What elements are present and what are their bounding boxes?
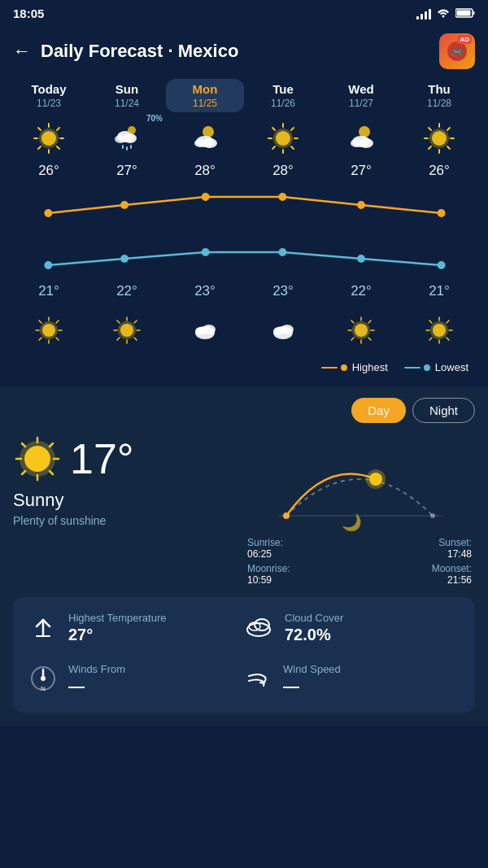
moonset-value: 21:56 bbox=[359, 574, 472, 586]
legend-lowest: Lowest bbox=[404, 361, 468, 373]
day-date-4: 11/27 bbox=[349, 98, 373, 109]
wifi-icon bbox=[436, 7, 451, 20]
detail-wind-speed: Wind Speed — bbox=[244, 663, 459, 698]
current-temperature: 17° bbox=[70, 438, 134, 480]
moonset-label: Moonset: bbox=[359, 563, 472, 574]
bottom-icon-2 bbox=[166, 309, 244, 351]
sunset-value: 17:48 bbox=[359, 548, 472, 560]
day-col-tue[interactable]: Tue 11/26 bbox=[244, 79, 322, 112]
battery-icon bbox=[455, 7, 475, 20]
day-col-sun[interactable]: Sun 11/24 bbox=[88, 79, 166, 112]
svg-point-99 bbox=[430, 321, 448, 339]
svg-point-39 bbox=[351, 139, 362, 147]
top-icons-row: 70% bbox=[7, 112, 481, 159]
svg-line-71 bbox=[39, 338, 41, 340]
high-temp-4: 27° bbox=[322, 163, 400, 179]
svg-point-61 bbox=[438, 261, 446, 269]
low-temp-3: 23° bbox=[244, 283, 322, 299]
svg-point-51 bbox=[120, 201, 129, 209]
day-night-section: Day Night bbox=[0, 386, 488, 726]
night-tab[interactable]: Night bbox=[412, 398, 475, 423]
sun-arc-svg: 🌙 bbox=[270, 434, 449, 532]
winds-from-label: Winds From bbox=[68, 663, 125, 675]
winds-from-icon: N bbox=[29, 665, 57, 698]
day-col-wed[interactable]: Wed 11/27 bbox=[322, 79, 400, 112]
icon-cell-1: 70% bbox=[88, 117, 166, 159]
svg-line-69 bbox=[56, 338, 59, 340]
legend-highest: Highest bbox=[321, 361, 388, 373]
icon-cell-0 bbox=[10, 117, 88, 159]
high-temp-row: 26° 27° 28° 28° 27° 26° bbox=[7, 159, 481, 182]
svg-text:🎮: 🎮 bbox=[451, 46, 464, 58]
sunset-label: Sunset: bbox=[359, 537, 472, 548]
winds-from-value: — bbox=[68, 677, 125, 696]
svg-line-107 bbox=[429, 338, 432, 340]
status-bar: 18:05 bbox=[0, 0, 488, 27]
svg-line-105 bbox=[447, 338, 449, 340]
svg-point-41 bbox=[429, 129, 449, 148]
ad-badge[interactable]: 🎮 bbox=[439, 33, 475, 69]
highest-temp-value: 27° bbox=[68, 626, 166, 644]
svg-point-52 bbox=[202, 193, 210, 201]
svg-line-70 bbox=[56, 321, 59, 323]
current-description: Plenty of sunshine bbox=[13, 514, 244, 527]
svg-rect-1 bbox=[457, 10, 471, 15]
highest-temp-text: Highest Temperature 27° bbox=[68, 612, 166, 644]
signal-icon bbox=[416, 8, 431, 20]
svg-line-114 bbox=[22, 443, 25, 447]
icon-cell-2 bbox=[166, 117, 244, 159]
day-col-thu[interactable]: Thu 11/28 bbox=[400, 79, 478, 112]
svg-line-104 bbox=[429, 321, 432, 323]
svg-point-63 bbox=[40, 321, 58, 339]
svg-point-89 bbox=[352, 321, 370, 339]
svg-line-47 bbox=[447, 146, 450, 149]
high-temp-0: 26° bbox=[10, 163, 88, 179]
svg-line-68 bbox=[39, 321, 41, 323]
winds-from-text: Winds From — bbox=[68, 663, 125, 696]
current-sun-icon bbox=[13, 434, 62, 483]
svg-line-46 bbox=[429, 128, 431, 130]
day-name-0: Today bbox=[31, 82, 66, 96]
svg-line-95 bbox=[368, 338, 371, 340]
detail-cloud-cover: Cloud Cover 72.0% bbox=[244, 612, 459, 647]
moonrise-label: Moonrise: bbox=[247, 563, 359, 574]
day-name-2: Mon bbox=[193, 82, 218, 96]
day-col-mon[interactable]: Mon 11/25 bbox=[166, 79, 244, 112]
back-button[interactable]: ← bbox=[13, 41, 31, 62]
legend-highest-label: Highest bbox=[352, 361, 388, 373]
bottom-icons-row bbox=[7, 303, 481, 355]
svg-line-48 bbox=[447, 128, 450, 130]
cloud-cover-label: Cloud Cover bbox=[285, 612, 343, 624]
current-temp-row: 17° bbox=[13, 434, 244, 483]
day-tab[interactable]: Day bbox=[351, 398, 406, 423]
svg-line-115 bbox=[50, 471, 53, 474]
low-temp-row: 21° 22° 23° 23° 22° 21° bbox=[7, 280, 481, 303]
wind-speed-value: — bbox=[283, 677, 341, 696]
svg-point-119 bbox=[366, 469, 386, 489]
svg-point-22 bbox=[203, 126, 214, 137]
high-temp-2: 28° bbox=[166, 163, 244, 179]
cloud-cover-text: Cloud Cover 72.0% bbox=[285, 612, 343, 644]
day-name-1: Sun bbox=[115, 82, 138, 96]
svg-point-50 bbox=[44, 209, 52, 217]
day-date-0: 11/23 bbox=[37, 98, 61, 109]
bottom-icon-3 bbox=[244, 309, 322, 351]
current-weather-left: 17° Sunny Plenty of sunshine bbox=[13, 434, 244, 527]
svg-rect-18 bbox=[122, 145, 124, 149]
day-name-4: Wed bbox=[348, 82, 373, 96]
low-temp-5: 21° bbox=[400, 283, 478, 299]
svg-line-33 bbox=[291, 146, 294, 149]
day-col-today[interactable]: Today 11/23 bbox=[10, 79, 88, 112]
day-date-2: 11/25 bbox=[193, 98, 217, 109]
svg-point-25 bbox=[194, 139, 206, 147]
day-date-5: 11/28 bbox=[427, 98, 451, 109]
svg-point-21 bbox=[128, 126, 136, 134]
current-weather-row: 17° Sunny Plenty of sunshine 🌙 bbox=[13, 434, 475, 586]
page-title: Daily Forecast · Mexico bbox=[41, 41, 439, 62]
svg-point-6 bbox=[39, 129, 59, 148]
svg-point-56 bbox=[44, 261, 52, 269]
sunrise-label: Sunrise: bbox=[247, 537, 359, 548]
legend-row: Highest Lowest bbox=[7, 355, 481, 383]
svg-line-117 bbox=[22, 471, 25, 474]
svg-line-94 bbox=[351, 321, 354, 323]
